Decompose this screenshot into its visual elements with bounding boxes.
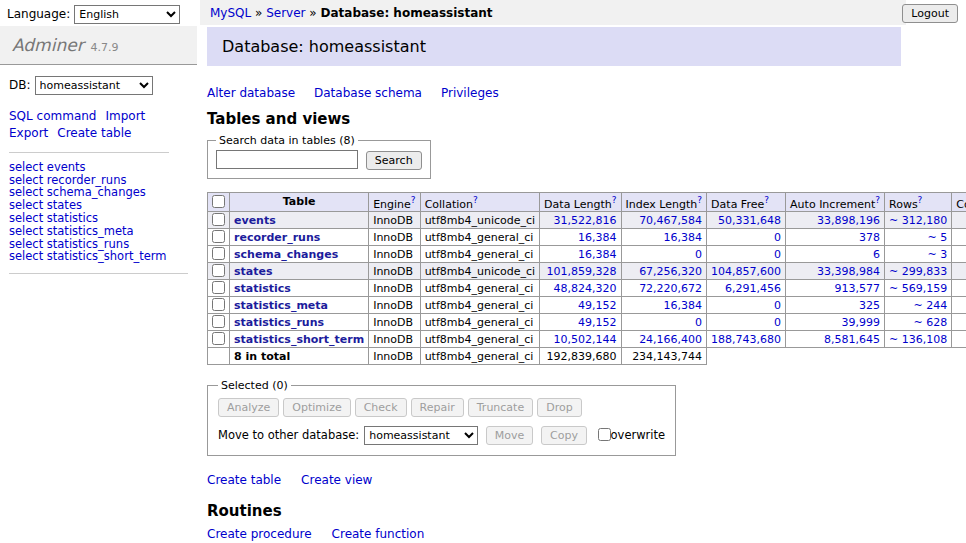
data-free-link[interactable]: 0 (774, 231, 781, 244)
create-procedure-link[interactable]: Create procedure (207, 527, 312, 541)
row-checkbox-statistics[interactable] (212, 281, 225, 294)
index-length-link[interactable]: 16,384 (664, 231, 703, 244)
data-free-link[interactable]: 0 (774, 248, 781, 261)
overwrite-option[interactable]: overwrite (598, 428, 666, 442)
row-checkbox-schema-changes[interactable] (212, 247, 225, 260)
data-length-link[interactable]: 49,152 (578, 316, 617, 329)
help-icon[interactable]: ? (411, 195, 416, 205)
move-button[interactable]: Move (486, 426, 534, 445)
auto-increment-link[interactable]: 6 (873, 248, 880, 261)
data-free-link[interactable]: 0 (774, 299, 781, 312)
overwrite-checkbox[interactable] (598, 428, 611, 441)
rows-link[interactable]: ~ 628 (913, 316, 947, 329)
copy-button[interactable]: Copy (541, 426, 587, 445)
data-free-link[interactable]: 50,331,648 (718, 214, 781, 227)
data-length-link[interactable]: 48,824,320 (554, 282, 617, 295)
sidebar-select-events[interactable]: select events (9, 161, 188, 174)
table-link-statistics[interactable]: statistics (234, 282, 291, 295)
search-button[interactable]: Search (366, 151, 422, 170)
table-link-statistics-short-term[interactable]: statistics_short_term (234, 333, 364, 346)
database-schema-link[interactable]: Database schema (314, 86, 422, 100)
data-length-link[interactable]: 10,502,144 (554, 333, 617, 346)
data-free-link[interactable]: 188,743,680 (711, 333, 781, 346)
help-icon[interactable]: ? (697, 195, 702, 205)
table-link-schema-changes[interactable]: schema_changes (234, 248, 338, 261)
search-input[interactable] (216, 150, 358, 169)
rows-link[interactable]: ~ 244 (913, 299, 947, 312)
index-length-link[interactable]: 16,384 (664, 299, 703, 312)
row-checkbox-statistics-short-term[interactable] (212, 332, 225, 345)
index-length-link[interactable]: 0 (695, 316, 702, 329)
server-breadcrumb-link[interactable]: Server (266, 6, 305, 20)
index-length-link[interactable]: 0 (695, 248, 702, 261)
data-free-link[interactable]: 6,291,456 (725, 282, 781, 295)
create-view-link[interactable]: Create view (301, 473, 372, 487)
mysql-breadcrumb-link[interactable]: MySQL (210, 6, 251, 20)
auto-increment-link[interactable]: 33,398,984 (817, 265, 880, 278)
data-free-link[interactable]: 0 (774, 316, 781, 329)
row-checkbox-statistics-meta[interactable] (212, 298, 225, 311)
data-length-link[interactable]: 101,859,328 (547, 265, 617, 278)
analyze-button[interactable]: Analyze (218, 398, 279, 417)
rows-link[interactable]: ~ 5 (927, 231, 947, 244)
table-link-recorder-runs[interactable]: recorder_runs (234, 231, 320, 244)
alter-database-link[interactable]: Alter database (207, 86, 295, 100)
select-all-checkbox[interactable] (212, 195, 225, 208)
help-icon[interactable]: ? (473, 195, 478, 205)
import-link[interactable]: Import (105, 109, 145, 123)
repair-button[interactable]: Repair (411, 398, 464, 417)
help-icon[interactable]: ? (918, 195, 923, 205)
row-checkbox-statistics-runs[interactable] (212, 315, 225, 328)
auto-increment-link[interactable]: 8,581,645 (824, 333, 880, 346)
drop-button[interactable]: Drop (537, 398, 581, 417)
help-icon[interactable]: ? (764, 195, 769, 205)
db-select[interactable]: homeassistant (35, 76, 153, 95)
check-button[interactable]: Check (355, 398, 407, 417)
logout-button[interactable]: Logout (902, 4, 958, 23)
help-icon[interactable]: ? (612, 195, 617, 205)
auto-increment-link[interactable]: 33,898,196 (817, 214, 880, 227)
data-length-link[interactable]: 16,384 (578, 231, 617, 244)
table-link-states[interactable]: states (234, 265, 273, 278)
index-length-link[interactable]: 70,467,584 (639, 214, 702, 227)
optimize-button[interactable]: Optimize (283, 398, 350, 417)
create-table-link[interactable]: Create table (57, 126, 131, 140)
auto-increment-link[interactable]: 39,999 (842, 316, 881, 329)
rows-link[interactable]: ~ 3 (927, 248, 947, 261)
truncate-button[interactable]: Truncate (468, 398, 533, 417)
index-length-link[interactable]: 72,220,672 (639, 282, 702, 295)
create-function-link[interactable]: Create function (332, 527, 425, 541)
data-length-link[interactable]: 16,384 (578, 248, 617, 261)
sidebar-select-statistics-short-term[interactable]: select statistics_short_term (9, 250, 188, 263)
move-db-select[interactable]: homeassistant (364, 426, 478, 445)
auto-increment-link[interactable]: 378 (859, 231, 880, 244)
data-free-link[interactable]: 104,857,600 (711, 265, 781, 278)
language-select[interactable]: English (74, 5, 180, 24)
sidebar-select-statistics[interactable]: select statistics (9, 212, 188, 225)
table-link-events[interactable]: events (234, 214, 276, 227)
rows-link[interactable]: ~ 299,833 (889, 265, 947, 278)
export-link[interactable]: Export (9, 126, 48, 140)
row-checkbox-recorder-runs[interactable] (212, 230, 225, 243)
row-checkbox-states[interactable] (212, 264, 225, 277)
sidebar-select-statistics-meta[interactable]: select statistics_meta (9, 225, 188, 238)
table-link-statistics-runs[interactable]: statistics_runs (234, 316, 324, 329)
rows-link[interactable]: ~ 136,108 (889, 333, 947, 346)
auto-increment-link[interactable]: 913,577 (835, 282, 881, 295)
breadcrumb-current: Database: homeassistant (321, 6, 493, 20)
rows-link[interactable]: ~ 312,180 (889, 214, 947, 227)
index-length-link[interactable]: 24,166,400 (639, 333, 702, 346)
data-length-link[interactable]: 49,152 (578, 299, 617, 312)
index-length-link[interactable]: 67,256,320 (639, 265, 702, 278)
tables-table: TableEngine?Collation?Data Length?Index … (207, 192, 966, 366)
tables-section-title: Tables and views (207, 110, 966, 128)
create-table-link[interactable]: Create table (207, 473, 281, 487)
data-length-link[interactable]: 31,522,816 (554, 214, 617, 227)
sql-command-link[interactable]: SQL command (9, 109, 96, 123)
rows-link[interactable]: ~ 569,159 (889, 282, 947, 295)
privileges-link[interactable]: Privileges (441, 86, 499, 100)
auto-increment-link[interactable]: 325 (859, 299, 880, 312)
help-icon[interactable]: ? (875, 195, 880, 205)
table-link-statistics-meta[interactable]: statistics_meta (234, 299, 328, 312)
row-checkbox-events[interactable] (212, 213, 225, 226)
